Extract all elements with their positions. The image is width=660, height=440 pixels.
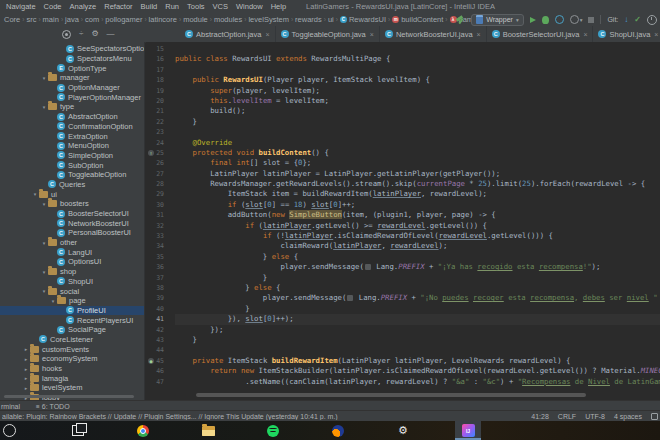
breadcrumb-rewards[interactable]: rewards <box>295 15 322 24</box>
code-text[interactable]: player.sendMessage( Lang.PREFIX + "¡Ya h… <box>175 262 660 272</box>
hide-panel-icon[interactable]: — <box>107 30 115 38</box>
tree-item-SeeSpectatorsOptio[interactable]: CSeeSpectatorsOptio <box>0 44 144 54</box>
menu-analyze[interactable]: Analyze <box>66 2 101 11</box>
tree-item-OptionsUI[interactable]: COptionsUI <box>0 257 144 267</box>
chevron-down-icon[interactable]: ▾ <box>40 240 48 246</box>
chevron-right-icon[interactable]: ▸ <box>22 356 30 362</box>
code-line-47[interactable]: 47 .setName((canClaim(latinPlayer, rewar… <box>146 377 660 387</box>
code-line-30[interactable]: 30 if (slot[0] == 18) slot[0]++; <box>146 200 660 210</box>
code-text[interactable]: player.sendMessage( Lang.PREFIX + "¡No p… <box>175 293 660 303</box>
tree-item-AbstractOption[interactable]: CAbstractOption <box>0 112 144 122</box>
spotify-icon[interactable] <box>267 425 279 437</box>
close-icon[interactable]: × <box>370 31 374 38</box>
code-text[interactable] <box>175 44 660 54</box>
chevron-down-icon[interactable]: ▾ <box>40 201 48 207</box>
chevron-right-icon[interactable]: ▸ <box>22 385 30 391</box>
code-text[interactable]: super(player, levelItem); <box>175 86 660 96</box>
line-separator[interactable]: CRLF <box>558 413 576 420</box>
code-line-42[interactable]: 42 }); <box>146 325 660 335</box>
tree-item-SpectatorsMenu[interactable]: CSpectatorsMenu <box>0 54 144 64</box>
code-line-19[interactable]: 19 super(player, levelItem); <box>146 86 660 96</box>
code-line-17[interactable]: 17 <box>146 65 660 75</box>
code-line-43[interactable]: 43 } <box>146 335 660 345</box>
code-line-33[interactable]: 33 if (!latinPlayer.isClaimedRewardOfLev… <box>146 231 660 241</box>
code-text[interactable]: this.levelItem = levelItem; <box>175 96 660 106</box>
code-line-41[interactable]: 41 }), slot[0]++); <box>146 314 660 324</box>
code-text[interactable]: } <box>175 304 660 314</box>
tree-item-ui[interactable]: ▾ui <box>0 189 144 199</box>
run-configuration-select[interactable]: Wrapper ▾ <box>471 14 523 26</box>
tree-item-levelSystem[interactable]: ▸levelSystem <box>0 383 144 393</box>
code-line-38[interactable]: 38 } else { <box>146 283 660 293</box>
code-text[interactable]: @Override <box>175 138 660 148</box>
tree-item-SocialPage[interactable]: CSocialPage <box>0 325 144 335</box>
tree-item-MenuOption[interactable]: CMenuOption <box>0 141 144 151</box>
menu-refactor[interactable]: Refactor <box>100 2 136 11</box>
tree-item-hooks[interactable]: ▸hooks <box>0 364 144 374</box>
code-text[interactable]: if (!latinPlayer.isClaimedRewardOfLevel(… <box>175 231 660 241</box>
code-line-46[interactable]: 46 return new ItemStackBuilder(latinPlay… <box>146 366 660 376</box>
code-line-25[interactable]: 25↑ protected void buildContent() { <box>146 148 660 158</box>
code-text[interactable]: }); <box>175 325 660 335</box>
chevron-down-icon[interactable]: ▾ <box>580 17 583 23</box>
code-line-22[interactable]: 22 } <box>146 117 660 127</box>
tab-BoosterSelectorUI.java[interactable]: CBoosterSelectorUI.java× <box>487 26 594 42</box>
code-line-32[interactable]: 32 if (latinPlayer.getLevel() >= rewardL… <box>146 221 660 231</box>
git-commit-icon[interactable]: ✓ <box>634 16 641 24</box>
task-view-icon[interactable] <box>72 425 84 436</box>
tree-item-Queries[interactable]: CQueries <box>0 180 144 190</box>
code-text[interactable]: private ItemStack buildRewardItem(LatinP… <box>175 356 660 366</box>
code-line-29[interactable]: 29 ItemStack item = buildRewardItem(lati… <box>146 189 660 199</box>
tree-item-LangUI[interactable]: CLangUI <box>0 247 144 257</box>
code-line-45[interactable]: 45● private ItemStack buildRewardItem(La… <box>146 356 660 366</box>
breadcrumb-pollogamer[interactable]: pollogamer <box>105 15 142 24</box>
tree-item-OptionManager[interactable]: COptionManager <box>0 83 144 93</box>
code-text[interactable]: } <box>175 273 660 283</box>
menu-build[interactable]: Build <box>137 2 162 11</box>
code-text[interactable]: public class RewardsUI extends RewardsMu… <box>175 54 660 64</box>
code-text[interactable]: ItemStack item = buildRewardItem(latinPl… <box>175 189 660 199</box>
debug-button[interactable] <box>542 16 549 24</box>
code-text[interactable] <box>175 127 660 137</box>
tree-item-NetworkBoosterUI[interactable]: CNetworkBoosterUI <box>0 218 144 228</box>
code-text[interactable]: .setName((canClaim(latinPlayer, rewardLe… <box>175 377 660 387</box>
tab-ToggleableOption.java[interactable]: CToggleableOption.java× <box>276 26 380 42</box>
chevron-right-icon[interactable]: ▸ <box>22 375 30 381</box>
lock-icon[interactable] <box>651 413 658 420</box>
breadcrumb-java[interactable]: java <box>65 15 79 24</box>
chevron-down-icon[interactable]: ▾ <box>31 191 39 197</box>
code-text[interactable]: if (slot[0] == 18) slot[0]++; <box>175 200 660 210</box>
tree-item-type[interactable]: ▾type <box>0 102 144 112</box>
code-text[interactable]: build(); <box>175 106 660 116</box>
code-line-21[interactable]: 21 build(); <box>146 106 660 116</box>
status-message[interactable]: ailable: Plugin: Rainbow Brackets // Upd… <box>2 413 531 420</box>
close-icon[interactable]: × <box>265 31 269 38</box>
code-text[interactable]: } <box>175 335 660 345</box>
override-gutter-icon[interactable]: ↑ <box>148 150 154 156</box>
tree-item-boosters[interactable]: ▾boosters <box>0 199 144 209</box>
git-update-icon[interactable]: ↓ <box>624 16 628 24</box>
code-line-20[interactable]: 20 this.levelItem = levelItem; <box>146 96 660 106</box>
tree-item-shop[interactable]: ▾shop <box>0 267 144 277</box>
todo-toolwindow-button[interactable]: ≡ 6: TODO <box>36 403 70 410</box>
code-text[interactable]: addButton(new SimpleButton(item, (plugin… <box>175 210 660 220</box>
tab-AbstractOption.java[interactable]: CAbstractOption.java× <box>180 26 276 42</box>
chevron-down-icon[interactable]: ▾ <box>40 75 48 81</box>
menu-tools[interactable]: Tools <box>183 2 209 11</box>
menu-window[interactable]: Window <box>232 2 267 11</box>
coverage-button[interactable] <box>570 15 579 24</box>
gear-icon[interactable]: ⚙ <box>91 30 98 38</box>
code-line-37[interactable]: 37 } <box>146 273 660 283</box>
breadcrumb-buildContent[interactable]: mbuildContent <box>392 15 443 24</box>
file-encoding[interactable]: UTF-8 <box>585 413 605 420</box>
close-icon[interactable]: × <box>654 31 658 38</box>
code-line-31[interactable]: 31 addButton(new SimpleButton(item, (plu… <box>146 210 660 220</box>
code-line-35[interactable]: 35 } else { <box>146 252 660 262</box>
breadcrumb-levelSystem[interactable]: levelSystem <box>248 15 288 24</box>
locate-file-icon[interactable] <box>62 30 71 39</box>
menu-code[interactable]: Code <box>40 2 66 11</box>
chevron-right-icon[interactable]: ▸ <box>22 346 30 352</box>
tree-item-manager[interactable]: ▾manager <box>0 73 144 83</box>
build-hammer-icon[interactable] <box>455 15 465 25</box>
breadcrumb-ui[interactable]: ui <box>328 15 334 24</box>
